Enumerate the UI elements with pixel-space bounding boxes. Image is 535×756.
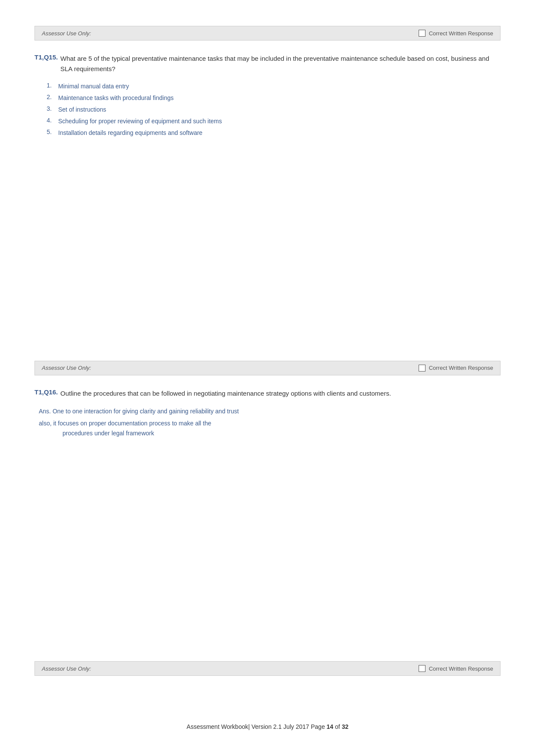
answer-line-2: also, it focuses on proper documentation… xyxy=(34,419,501,438)
question-16-header: T1,Q16. Outline the procedures that can … xyxy=(34,388,501,399)
answer-line-1: Ans. One to one interaction for giving c… xyxy=(34,406,501,416)
answer-line-2b: procedures under legal framework xyxy=(39,430,154,437)
page-footer: Assessment Workbook| Version 2.1 July 20… xyxy=(34,715,501,730)
cwr-checkbox-1[interactable] xyxy=(419,30,425,37)
list-item: 2. Maintenance tasks with procedural fin… xyxy=(34,94,501,103)
assessor-label-2: Assessor Use Only: xyxy=(42,365,91,371)
list-item: 3. Set of instructions xyxy=(34,105,501,114)
answer-num-1: 1. xyxy=(34,82,58,89)
list-item: 5. Installation details regarding equipm… xyxy=(34,128,501,137)
question-15-header: T1,Q15. What are 5 of the typical preven… xyxy=(34,53,501,74)
answer-text-5: Installation details regarding equipment… xyxy=(58,128,203,137)
assessor-bar-2: Assessor Use Only: Correct Written Respo… xyxy=(34,361,501,375)
question-15-id: T1,Q15. xyxy=(34,53,60,61)
question-15-answers: 1. Minimal manual data entry 2. Maintena… xyxy=(34,82,501,137)
cwr-checkbox-2[interactable] xyxy=(419,365,425,372)
assessor-label-3: Assessor Use Only: xyxy=(42,665,91,672)
cwr-text-1: Correct Written Response xyxy=(429,30,493,37)
assessor-bar-3: Assessor Use Only: Correct Written Respo… xyxy=(34,661,501,676)
cwr-text-3: Correct Written Response xyxy=(429,665,493,672)
question-15-section: T1,Q15. What are 5 of the typical preven… xyxy=(34,53,501,140)
page-number: 14 xyxy=(327,723,334,730)
list-item: 4. Scheduling for proper reviewing of eq… xyxy=(34,117,501,126)
answer-num-3: 3. xyxy=(34,105,58,112)
answer-num-2: 2. xyxy=(34,94,58,100)
footer-text: Assessment Workbook| Version 2.1 July 20… xyxy=(187,723,348,730)
question-16-id: T1,Q16. xyxy=(34,388,60,396)
cwr-text-2: Correct Written Response xyxy=(429,365,493,371)
question-16-text: Outline the procedures that can be follo… xyxy=(60,388,391,399)
answer-text-1: Minimal manual data entry xyxy=(58,82,129,91)
answer-text-2: Maintenance tasks with procedural findin… xyxy=(58,94,174,103)
answer-num-5: 5. xyxy=(34,128,58,135)
question-16-section: T1,Q16. Outline the procedures that can … xyxy=(34,388,501,440)
answer-line-2a: also, it focuses on proper documentation… xyxy=(39,420,211,427)
cwr-checkbox-3[interactable] xyxy=(419,665,425,672)
correct-written-response-2: Correct Written Response xyxy=(419,365,493,372)
question-15-text: What are 5 of the typical preventative m… xyxy=(60,53,501,74)
answer-text-3: Set of instructions xyxy=(58,105,106,114)
correct-written-response-1: Correct Written Response xyxy=(419,30,493,37)
answer-text-4: Scheduling for proper reviewing of equip… xyxy=(58,117,222,126)
correct-written-response-3: Correct Written Response xyxy=(419,665,493,672)
assessor-label-1: Assessor Use Only: xyxy=(42,30,91,37)
total-pages: 32 xyxy=(342,723,349,730)
answer-num-4: 4. xyxy=(34,117,58,124)
assessor-bar-1: Assessor Use Only: Correct Written Respo… xyxy=(34,26,501,41)
list-item: 1. Minimal manual data entry xyxy=(34,82,501,91)
